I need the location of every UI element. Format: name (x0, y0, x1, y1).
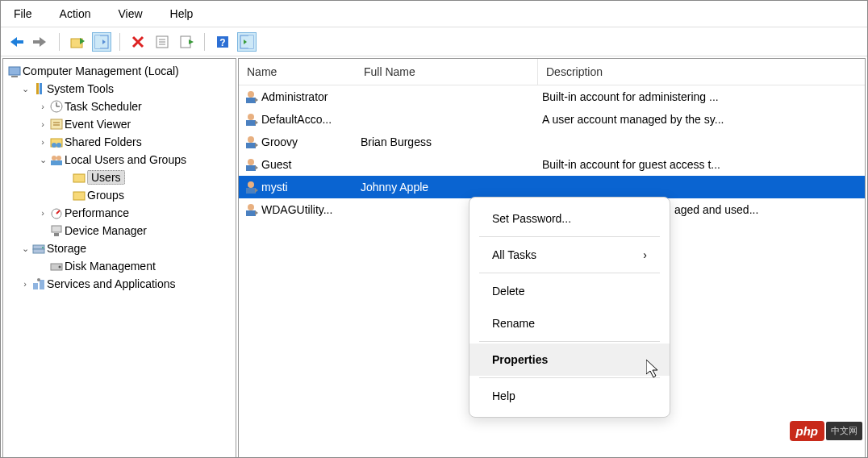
user-fullname (356, 95, 537, 98)
tree-item-task-scheduler[interactable]: › Task Scheduler (3, 98, 236, 115)
svg-rect-66 (246, 210, 256, 216)
svg-marker-68 (646, 360, 657, 377)
folder-icon (71, 170, 87, 185)
menu-help[interactable]: Help (164, 4, 200, 23)
column-description[interactable]: Description (537, 59, 865, 85)
svg-rect-35 (51, 160, 62, 165)
up-button[interactable] (68, 32, 87, 52)
expand-icon[interactable]: › (37, 102, 48, 111)
tree-label: Disk Management (65, 260, 156, 273)
svg-point-50 (248, 91, 254, 98)
user-fullname: Brian Burgess (356, 134, 537, 150)
content-area: Computer Management (Local) ⌄ System Too… (1, 56, 867, 458)
menu-item-all-tasks[interactable]: All Tasks› (469, 239, 670, 271)
export-button[interactable] (177, 32, 196, 52)
tree-label: Event Viewer (65, 118, 131, 131)
svg-rect-21 (11, 76, 18, 77)
user-row[interactable]: DefaultAcco...A user account managed by … (239, 108, 865, 131)
svg-rect-43 (33, 249, 44, 253)
svg-rect-63 (246, 188, 256, 194)
expand-icon[interactable]: › (37, 119, 48, 129)
menu-item-help[interactable]: Help (469, 380, 670, 412)
tree-label: Shared Folders (65, 135, 142, 148)
help-button[interactable]: ? (213, 32, 232, 52)
watermark: php 中文网 (790, 421, 863, 441)
user-description: Built-in account for guest access t... (537, 156, 865, 173)
menu-action[interactable]: Action (53, 4, 98, 23)
menu-item-properties[interactable]: Properties (469, 344, 670, 376)
action-pane-button[interactable] (237, 32, 257, 52)
user-icon (244, 157, 258, 172)
svg-marker-1 (33, 37, 46, 47)
toolbar-separator (204, 33, 205, 51)
tree-item-users[interactable]: Users (3, 169, 236, 186)
user-description: Built-in account for administering ... (537, 89, 865, 105)
menu-item-rename[interactable]: Rename (469, 307, 670, 339)
delete-button[interactable] (128, 32, 148, 52)
show-hide-tree-button[interactable] (92, 32, 111, 52)
menu-item-set-password-[interactable]: Set Password... (469, 202, 670, 235)
svg-marker-64 (255, 188, 258, 193)
tree-label: Services and Applications (47, 277, 176, 290)
user-fullname (356, 163, 537, 166)
user-row[interactable]: AdministratorBuilt-in account for admini… (239, 85, 865, 108)
menu-separator (479, 377, 660, 378)
svg-point-33 (52, 156, 56, 160)
user-fullname (356, 118, 537, 121)
tree-item-shared-folders[interactable]: › Shared Folders (3, 133, 236, 151)
svg-marker-0 (10, 37, 23, 47)
user-row[interactable]: GroovyBrian Burgess (239, 131, 865, 153)
column-fullname[interactable]: Full Name (356, 59, 537, 85)
user-row[interactable]: mystiJohnny Apple (239, 176, 865, 198)
back-button[interactable] (7, 32, 27, 52)
tree-root[interactable]: Computer Management (Local) (3, 62, 236, 80)
tree-item-local-users-groups[interactable]: ⌄ Local Users and Groups (3, 151, 236, 169)
menu-separator (479, 341, 660, 342)
menu-file[interactable]: File (7, 4, 39, 23)
user-icon (244, 112, 258, 127)
svg-marker-52 (255, 98, 258, 102)
forward-button[interactable] (31, 32, 51, 52)
svg-text:?: ? (219, 37, 225, 48)
collapse-icon[interactable]: ⌄ (19, 84, 31, 94)
menu-separator (479, 236, 660, 237)
svg-point-31 (52, 143, 56, 148)
services-icon (31, 277, 47, 291)
expand-icon[interactable]: › (19, 279, 31, 289)
performance-icon (48, 206, 65, 220)
svg-rect-41 (54, 233, 59, 236)
context-menu: Set Password...All Tasks›DeleteRenamePro… (469, 197, 670, 418)
user-name: Administrator (261, 90, 328, 103)
tree-item-device-manager[interactable]: Device Manager (3, 222, 236, 239)
svg-point-46 (59, 266, 61, 269)
tree-panel[interactable]: Computer Management (Local) ⌄ System Too… (2, 58, 236, 458)
svg-point-56 (248, 136, 254, 143)
tree-item-services-applications[interactable]: › Services and Applications (3, 275, 236, 293)
tree-item-system-tools[interactable]: ⌄ System Tools (3, 80, 236, 98)
tree-label: Storage (47, 242, 86, 255)
svg-marker-55 (255, 120, 258, 125)
menu-view[interactable]: View (111, 4, 148, 23)
tree-item-performance[interactable]: › Performance (3, 204, 236, 222)
users-icon (48, 152, 65, 167)
expand-icon[interactable]: › (37, 137, 48, 147)
expand-icon[interactable]: › (37, 208, 48, 218)
collapse-icon[interactable]: ⌄ (37, 155, 48, 165)
svg-point-53 (248, 114, 254, 120)
svg-rect-23 (40, 83, 42, 94)
menu-item-delete[interactable]: Delete (469, 275, 670, 307)
tree-item-event-viewer[interactable]: › Event Viewer (3, 115, 236, 133)
tree-item-groups[interactable]: Groups (3, 186, 236, 204)
column-name[interactable]: Name (239, 59, 356, 85)
computer-management-icon (6, 64, 23, 78)
collapse-icon[interactable]: ⌄ (19, 244, 31, 254)
user-row[interactable]: GuestBuilt-in account for guest access t… (239, 153, 865, 176)
properties-button[interactable] (152, 32, 172, 52)
tree-item-disk-management[interactable]: Disk Management (3, 257, 236, 275)
toolbar: ? (1, 27, 867, 56)
svg-point-59 (248, 159, 254, 165)
svg-point-49 (37, 278, 40, 281)
tree-item-storage[interactable]: ⌄ Storage (3, 239, 236, 257)
user-name: WDAGUtility... (261, 203, 332, 216)
user-name: DefaultAcco... (261, 113, 332, 126)
